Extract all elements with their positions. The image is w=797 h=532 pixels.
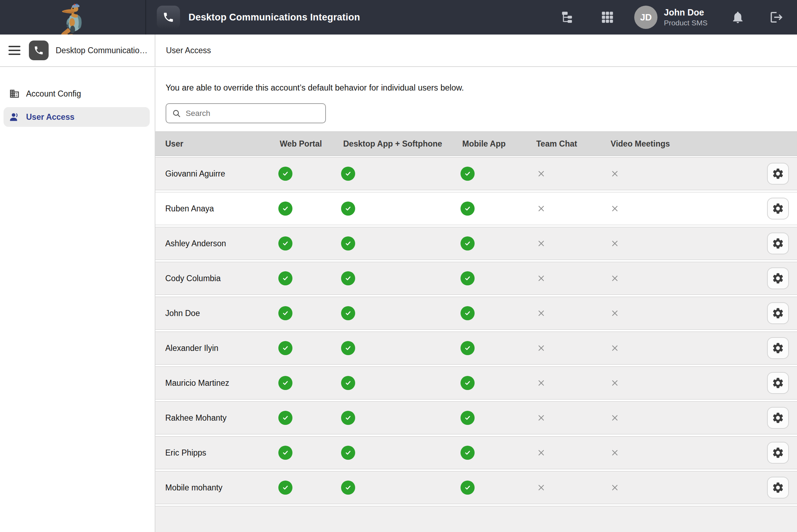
- team-chat-cell: [533, 274, 549, 283]
- web-portal-cell: [278, 446, 293, 460]
- user-name: Ashley Anderson: [165, 239, 226, 248]
- org-tree-icon[interactable]: [560, 10, 575, 25]
- team-chat-cell: [533, 378, 549, 388]
- mobile-app-cell: [460, 341, 475, 355]
- enabled-check-icon: [278, 167, 292, 181]
- video-meetings-cell: [607, 309, 623, 318]
- apps-grid-icon[interactable]: [600, 10, 614, 24]
- table-row: Rakhee Mohanty: [155, 401, 797, 434]
- row-settings-gear-icon[interactable]: [767, 198, 789, 219]
- disabled-x-icon: [537, 239, 546, 248]
- row-settings-gear-icon[interactable]: [767, 233, 789, 254]
- web-portal-cell: [278, 236, 293, 250]
- enabled-check-icon: [461, 481, 475, 495]
- column-header-web-portal: Web Portal: [280, 139, 322, 149]
- team-chat-cell: [533, 239, 549, 248]
- user-table-body: Giovanni Aguirre Ruben Anaya: [155, 157, 797, 504]
- mobile-app-cell: [460, 481, 475, 495]
- enabled-check-icon: [278, 411, 292, 425]
- row-settings-gear-icon[interactable]: [767, 163, 789, 185]
- disabled-x-icon: [537, 274, 546, 283]
- disabled-x-icon: [610, 413, 619, 422]
- team-chat-cell: [533, 169, 549, 178]
- disabled-x-icon: [537, 204, 546, 213]
- main-content: You are able to override this account’s …: [155, 68, 797, 532]
- top-bar: Desktop Communications Integration: [0, 0, 797, 35]
- table-footer-filler: [155, 506, 797, 532]
- video-meetings-cell: [607, 378, 623, 388]
- table-row: John Doe: [155, 297, 797, 330]
- mascot-alligator-icon: [54, 3, 91, 35]
- team-chat-cell: [533, 448, 549, 457]
- row-settings-gear-icon[interactable]: [767, 442, 789, 464]
- search-input[interactable]: [186, 109, 320, 118]
- enabled-check-icon: [461, 167, 475, 181]
- sidebar-item-user-access[interactable]: User Access: [4, 107, 150, 127]
- web-portal-cell: [278, 376, 293, 390]
- team-chat-cell: [533, 344, 549, 353]
- phone-app-icon: [157, 6, 180, 29]
- video-meetings-cell: [607, 413, 623, 422]
- secondary-header-left: Desktop Communicatio…: [0, 35, 155, 66]
- user-subtitle: Product SMS: [664, 18, 708, 27]
- enabled-check-icon: [461, 376, 475, 390]
- column-header-user: User: [165, 139, 183, 149]
- desktop-softphone-cell: [340, 376, 356, 390]
- top-actions: JD John Doe Product SMS: [560, 6, 797, 29]
- enabled-check-icon: [461, 236, 475, 250]
- enabled-check-icon: [341, 236, 355, 250]
- row-settings-gear-icon[interactable]: [767, 372, 789, 394]
- mobile-app-cell: [460, 446, 475, 460]
- sidebar: Account Config User Access: [0, 68, 155, 532]
- avatar: JD: [634, 6, 657, 29]
- table-row: Eric Phipps: [155, 436, 797, 469]
- user-icon: [9, 112, 20, 122]
- hamburger-menu-icon[interactable]: [7, 44, 22, 56]
- enabled-check-icon: [341, 376, 355, 390]
- enabled-check-icon: [461, 411, 475, 425]
- enabled-check-icon: [278, 341, 292, 355]
- web-portal-cell: [278, 411, 293, 425]
- disabled-x-icon: [537, 483, 546, 492]
- user-name: Eric Phipps: [165, 448, 206, 458]
- user-menu[interactable]: JD John Doe Product SMS: [634, 6, 708, 29]
- disabled-x-icon: [610, 274, 619, 283]
- team-chat-cell: [533, 204, 549, 213]
- row-settings-gear-icon[interactable]: [767, 477, 789, 499]
- user-name: Mauricio Martinez: [165, 378, 229, 388]
- sidebar-item-account-config[interactable]: Account Config: [4, 84, 150, 104]
- table-row: Cody Columbia: [155, 262, 797, 295]
- page: Desktop Communications Integration: [0, 0, 797, 532]
- row-settings-gear-icon[interactable]: [767, 267, 789, 289]
- disabled-x-icon: [610, 309, 619, 318]
- enabled-check-icon: [461, 271, 475, 285]
- disabled-x-icon: [610, 169, 619, 178]
- logout-icon[interactable]: [770, 10, 784, 24]
- mobile-app-cell: [460, 306, 475, 320]
- search-box: [166, 103, 326, 123]
- table-row: Alexander Ilyin: [155, 332, 797, 365]
- enabled-check-icon: [341, 271, 355, 285]
- desktop-softphone-cell: [340, 202, 356, 216]
- enabled-check-icon: [278, 376, 292, 390]
- notifications-bell-icon[interactable]: [731, 10, 745, 24]
- row-settings-gear-icon[interactable]: [767, 337, 789, 359]
- disabled-x-icon: [537, 378, 546, 388]
- user-name: John Doe: [664, 7, 708, 18]
- building-icon: [9, 88, 20, 99]
- sidebar-item-label: User Access: [26, 112, 74, 122]
- enabled-check-icon: [278, 306, 292, 320]
- table-row: Mauricio Martinez: [155, 366, 797, 400]
- team-chat-cell: [533, 483, 549, 492]
- secondary-header: Desktop Communicatio… User Access: [0, 35, 797, 67]
- row-settings-gear-icon[interactable]: [767, 302, 789, 324]
- desktop-softphone-cell: [340, 236, 356, 250]
- web-portal-cell: [278, 271, 293, 285]
- column-header-desktop-softphone: Desktop App + Softphone: [343, 139, 442, 149]
- enabled-check-icon: [278, 236, 292, 250]
- desktop-softphone-cell: [340, 167, 356, 181]
- enabled-check-icon: [341, 481, 355, 495]
- app-name-truncated: Desktop Communicatio…: [56, 46, 148, 55]
- row-settings-gear-icon[interactable]: [767, 407, 789, 429]
- web-portal-cell: [278, 306, 293, 320]
